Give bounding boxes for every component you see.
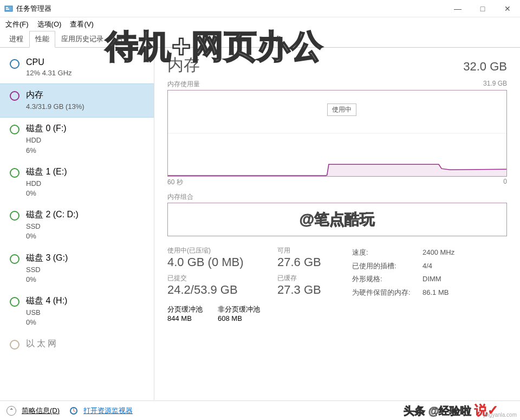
sidebar-item-disk0[interactable]: 磁盘 0 (F:) HDD 6% bbox=[0, 118, 154, 160]
avail-label: 可用 bbox=[277, 246, 342, 255]
avail-value: 27.6 GB bbox=[277, 255, 342, 269]
chart-ymax: 31.9 GB bbox=[483, 80, 507, 89]
sidebar-disk0-type: HDD bbox=[26, 135, 67, 145]
menubar: 文件(F) 选项(O) 查看(V) bbox=[0, 17, 520, 31]
inuse-value: 4.0 GB (0 MB) bbox=[167, 255, 268, 269]
disk-icon bbox=[10, 125, 20, 134]
sidebar-item-disk3[interactable]: 磁盘 3 (G:) SSD 0% bbox=[0, 247, 154, 290]
tab-app-history[interactable]: 应用历史记录 bbox=[55, 31, 109, 48]
tab-startup[interactable]: 启 bbox=[109, 31, 128, 48]
memory-chart: 使用中 bbox=[167, 90, 507, 177]
sidebar-item-disk1[interactable]: 磁盘 1 (E:) HDD 0% bbox=[0, 161, 154, 204]
sidebar-item-ethernet[interactable]: 以太网 bbox=[0, 333, 154, 356]
sidebar-disk2-name: 磁盘 2 (C: D:) bbox=[26, 209, 79, 221]
app-icon bbox=[4, 4, 13, 13]
content: CPU 12% 4.31 GHz 内存 4.3/31.9 GB (13%) 磁盘… bbox=[0, 48, 520, 400]
tab-performance[interactable]: 性能 bbox=[29, 31, 55, 48]
paged-value: 844 MB bbox=[167, 314, 203, 322]
sidebar-disk3-type: SSD bbox=[26, 265, 68, 275]
disk-icon bbox=[10, 254, 20, 264]
menu-options[interactable]: 选项(O) bbox=[34, 18, 65, 30]
sidebar-memory-sub: 4.3/31.9 GB (13%) bbox=[26, 102, 84, 112]
sidebar-net-name: 以太网 bbox=[26, 338, 58, 350]
memory-icon bbox=[10, 91, 20, 101]
sidebar-disk2-pct: 0% bbox=[26, 231, 79, 241]
sidebar-disk4-type: USB bbox=[26, 308, 67, 318]
cpu-icon bbox=[10, 59, 20, 69]
sidebar-item-disk2[interactable]: 磁盘 2 (C: D:) SSD 0% bbox=[0, 204, 154, 247]
disk-icon bbox=[10, 211, 20, 221]
maximize-button[interactable]: □ bbox=[470, 0, 495, 17]
titlebar: 任务管理器 — □ ✕ bbox=[0, 0, 520, 17]
menu-view[interactable]: 查看(V) bbox=[67, 18, 96, 30]
sidebar-disk3-name: 磁盘 3 (G:) bbox=[26, 253, 68, 264]
nonpaged-value: 608 MB bbox=[218, 314, 260, 322]
paged-label: 分页缓冲池 bbox=[167, 305, 203, 314]
chart-usage-label: 内存使用量 bbox=[167, 80, 200, 89]
brief-info-link[interactable]: 简略信息(D) bbox=[22, 406, 60, 416]
sidebar-disk1-name: 磁盘 1 (E:) bbox=[26, 166, 67, 178]
sidebar-disk4-name: 磁盘 4 (H:) bbox=[26, 295, 67, 307]
slots-key: 已使用的插槽: bbox=[352, 260, 422, 273]
slots-val: 4/4 bbox=[422, 260, 432, 273]
memory-group-label: 内存组合 bbox=[167, 192, 507, 202]
resmon-icon bbox=[69, 406, 78, 415]
sidebar: CPU 12% 4.31 GHz 内存 4.3/31.9 GB (13%) 磁盘… bbox=[0, 48, 154, 400]
sidebar-disk0-name: 磁盘 0 (F:) bbox=[26, 123, 67, 134]
menu-file[interactable]: 文件(F) bbox=[2, 18, 32, 30]
sidebar-item-cpu[interactable]: CPU 12% 4.31 GHz bbox=[0, 52, 154, 83]
sidebar-item-memory[interactable]: 内存 4.3/31.9 GB (13%) bbox=[0, 83, 154, 118]
minimize-button[interactable]: — bbox=[445, 0, 470, 17]
sidebar-disk1-type: HDD bbox=[26, 179, 67, 189]
chart-xright: 0 bbox=[503, 178, 507, 187]
detail-memory: 内存 32.0 GB 内存使用量 31.9 GB 使用中 60 秒 0 内存组合… bbox=[154, 48, 520, 400]
sidebar-disk2-type: SSD bbox=[26, 222, 79, 231]
sidebar-disk0-pct: 6% bbox=[26, 146, 67, 156]
tab-processes[interactable]: 进程 bbox=[3, 31, 29, 48]
inuse-label: 使用中(已压缩) bbox=[167, 246, 268, 255]
chart-xleft: 60 秒 bbox=[167, 178, 183, 187]
cached-value: 27.3 GB bbox=[277, 283, 342, 297]
svg-rect-2 bbox=[6, 9, 9, 10]
disk-icon bbox=[10, 297, 20, 307]
sidebar-cpu-sub: 12% 4.31 GHz bbox=[26, 68, 72, 78]
speed-val: 2400 MHz bbox=[422, 246, 454, 260]
open-resmon-link[interactable]: 打开资源监视器 bbox=[83, 406, 133, 416]
sidebar-disk3-pct: 0% bbox=[26, 275, 68, 285]
sidebar-disk4-pct: 0% bbox=[26, 318, 67, 327]
disk-icon bbox=[10, 168, 20, 178]
collapse-icon[interactable]: ⌃ bbox=[6, 406, 16, 416]
chart-tooltip: 使用中 bbox=[327, 104, 356, 116]
tab-strip: 进程 性能 应用历史记录 启 务 bbox=[0, 31, 520, 48]
sidebar-disk1-pct: 0% bbox=[26, 189, 67, 198]
svg-rect-1 bbox=[6, 7, 8, 8]
cached-label: 已缓存 bbox=[277, 274, 342, 283]
close-button[interactable]: ✕ bbox=[495, 0, 520, 17]
nonpaged-label: 非分页缓冲池 bbox=[218, 305, 260, 314]
group-watermark: @笔点酷玩 bbox=[300, 209, 375, 230]
detail-title: 内存 bbox=[167, 54, 200, 76]
form-val: DIMM bbox=[422, 273, 441, 286]
reserved-key: 为硬件保留的内存: bbox=[352, 286, 422, 300]
commit-value: 24.2/53.9 GB bbox=[167, 283, 268, 297]
speed-key: 速度: bbox=[352, 246, 422, 260]
window-title: 任务管理器 bbox=[16, 4, 445, 14]
sidebar-cpu-name: CPU bbox=[26, 57, 72, 67]
commit-label: 已提交 bbox=[167, 274, 268, 283]
tab-services[interactable]: 务 bbox=[269, 31, 288, 48]
memory-group-box: @笔点酷玩 bbox=[167, 203, 507, 236]
reserved-val: 86.1 MB bbox=[422, 286, 448, 300]
sidebar-item-disk4[interactable]: 磁盘 4 (H:) USB 0% bbox=[0, 290, 154, 333]
detail-total: 32.0 GB bbox=[463, 60, 507, 74]
form-key: 外形规格: bbox=[352, 273, 422, 286]
network-icon bbox=[10, 340, 20, 350]
footer: ⌃ 简略信息(D) 打开资源监视器 bbox=[0, 400, 520, 420]
sidebar-memory-name: 内存 bbox=[26, 89, 84, 101]
